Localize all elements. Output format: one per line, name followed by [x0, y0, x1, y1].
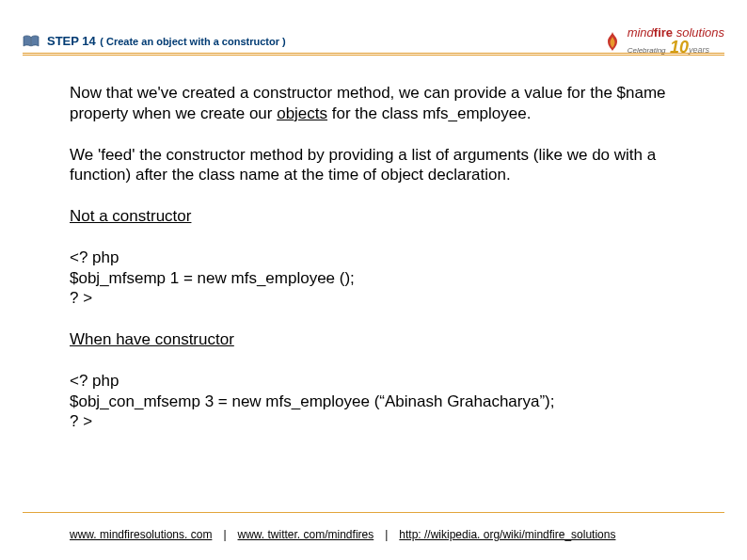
header-divider [23, 53, 724, 56]
footer-separator-1: | [223, 528, 226, 541]
header-left: STEP 14 ( Create an object with a constr… [23, 33, 286, 50]
code-block-2: <? php $obj_con_mfsemp 3 = new mfs_emplo… [70, 371, 668, 432]
header-row: STEP 14 ( Create an object with a constr… [23, 26, 724, 56]
logo-text: mindfire solutions Celebrating 10 years [628, 26, 724, 56]
code1-l3: ? > [70, 289, 92, 307]
code1-l1: <? php [70, 248, 119, 266]
flame-icon [601, 30, 624, 53]
footer: www. mindfiresolutions. com | www. twitt… [70, 528, 724, 541]
paragraph-2: We 'feed' the constructor method by prov… [70, 145, 668, 186]
company-logo: mindfire solutions Celebrating 10 years [601, 26, 724, 56]
objects-link[interactable]: objects [277, 104, 327, 122]
footer-link-wikipedia[interactable]: http: //wikipedia. org/wiki/mindfire_sol… [399, 528, 615, 541]
paragraph-1: Now that we've created a constructor met… [70, 83, 668, 124]
slide-content: Now that we've created a constructor met… [70, 83, 668, 453]
code2-l2: $obj_con_mfsemp 3 = new mfs_employee (“A… [70, 392, 554, 410]
logo-prefix: mind [628, 25, 654, 40]
code1-l2: $obj_mfsemp 1 = new mfs_employee (); [70, 269, 355, 287]
step-subtitle: ( Create an object with a constructor ) [100, 36, 285, 47]
footer-link-website[interactable]: www. mindfiresolutions. com [70, 528, 212, 541]
when-have-heading: When have constructor [70, 330, 234, 348]
step-title: STEP 14 [47, 34, 96, 48]
code2-l3: ? > [70, 412, 92, 430]
not-constructor-heading: Not a constructor [70, 207, 191, 225]
footer-divider [23, 512, 724, 513]
p1-text-b: for the class mfs_employee. [327, 104, 531, 122]
footer-link-twitter[interactable]: www. twitter. com/mindfires [238, 528, 374, 541]
book-icon [23, 35, 40, 48]
code2-l1: <? php [70, 372, 119, 390]
footer-separator-2: | [385, 528, 388, 541]
code-block-1: <? php $obj_mfsemp 1 = new mfs_employee … [70, 248, 668, 309]
